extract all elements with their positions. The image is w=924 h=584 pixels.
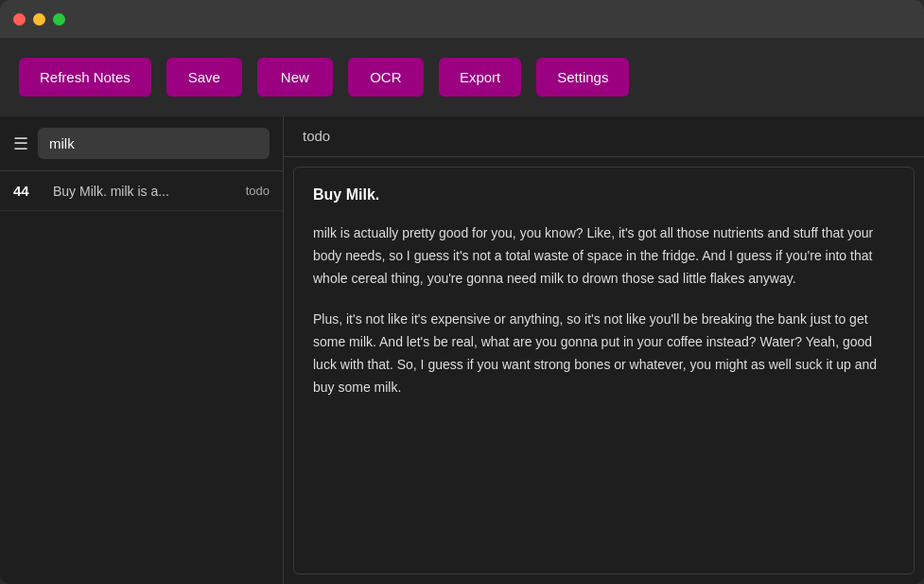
maximize-button[interactable] [53, 13, 65, 26]
minimize-button[interactable] [33, 13, 45, 26]
editor-tag-bar: todo [284, 116, 924, 157]
toolbar: Refresh Notes Save New OCR Export Settin… [0, 38, 924, 116]
editor-paragraph-2: Plus, it's not like it's expensive or an… [313, 309, 895, 398]
refresh-notes-button[interactable]: Refresh Notes [19, 58, 151, 97]
sidebar-header: ☰ [0, 116, 283, 171]
note-preview: Buy Milk. milk is a... [53, 184, 235, 199]
editor-content[interactable]: Buy Milk. milk is actually pretty good f… [293, 167, 915, 575]
editor-paragraph-1: milk is actually pretty good for you, yo… [313, 222, 895, 290]
export-button[interactable]: Export [439, 58, 521, 97]
note-list: 44 Buy Milk. milk is a... todo [0, 171, 283, 584]
note-id: 44 [13, 183, 42, 199]
sort-icon[interactable]: ☰ [13, 133, 28, 154]
save-button[interactable]: Save [166, 58, 242, 97]
note-list-item[interactable]: 44 Buy Milk. milk is a... todo [0, 171, 283, 211]
titlebar [0, 0, 924, 38]
close-button[interactable] [13, 13, 26, 26]
search-input[interactable] [38, 128, 270, 159]
ocr-button[interactable]: OCR [348, 58, 424, 97]
editor-area: todo Buy Milk. milk is actually pretty g… [284, 116, 924, 584]
editor-body: milk is actually pretty good for you, yo… [313, 222, 895, 399]
note-tag: todo [246, 184, 270, 198]
sidebar: ☰ 44 Buy Milk. milk is a... todo [0, 116, 284, 584]
new-button[interactable]: New [257, 58, 333, 97]
editor-title: Buy Milk. [313, 186, 895, 204]
main-content: ☰ 44 Buy Milk. milk is a... todo todo Bu… [0, 116, 924, 584]
editor-tag: todo [303, 128, 330, 144]
settings-button[interactable]: Settings [536, 58, 629, 97]
